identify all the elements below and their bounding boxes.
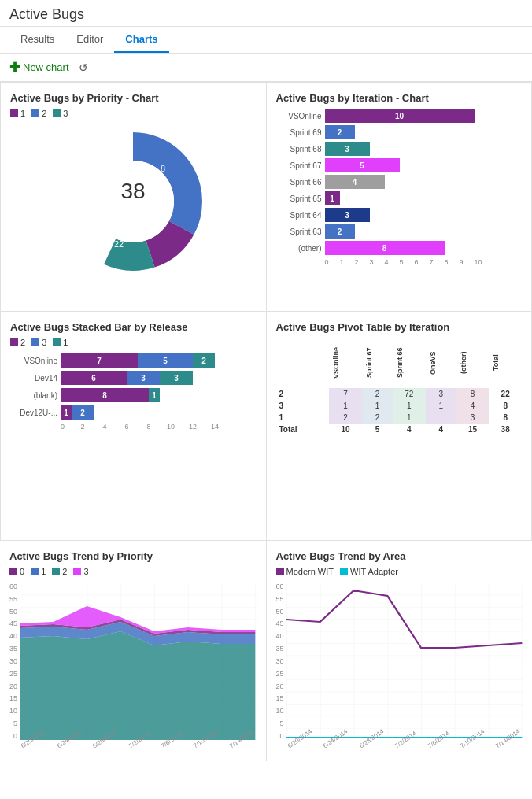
sbar-axis: 0 2 4 6 8 10 12 14	[61, 423, 257, 431]
y-tick: 40	[9, 632, 17, 640]
y-tick: 50	[9, 608, 17, 616]
trend-priority-legend: 0 1 2 3	[9, 567, 257, 576]
iteration-chart-title: Active Bugs by Iteration - Chart	[276, 92, 523, 104]
tab-editor[interactable]: Editor	[65, 27, 114, 53]
tab-charts[interactable]: Charts	[114, 27, 168, 53]
iteration-chart-panel: Active Bugs by Iteration - Chart VSOnlin…	[267, 83, 532, 311]
legend-swatch-1	[10, 109, 18, 117]
legend-3: 3	[31, 338, 46, 347]
tab-bar: Results Editor Charts	[0, 27, 532, 54]
pivot-table: VSOnline Sprint 67 Sprint 66 OneVS (othe…	[276, 338, 523, 435]
hbar-track: 1	[325, 191, 523, 205]
pivot-col-header: Total	[489, 338, 522, 388]
axis-tick: 8	[445, 258, 460, 266]
charts-grid: Active Bugs by Priority - Chart 1 2 3	[0, 82, 532, 541]
svg-text:8: 8	[101, 164, 105, 173]
new-chart-label: New chart	[23, 61, 69, 73]
pivot-table-title: Active Bugs Pivot Table by Iteration	[276, 321, 523, 333]
trend-area-chart: 60 55 50 45 40 35 30 25 20 15 10 5 0	[276, 583, 523, 751]
y-tick: 60	[276, 583, 284, 590]
legend-wit-adapter: WIT Adapter	[340, 567, 398, 576]
stacked-legend: 2 3 1	[10, 338, 257, 347]
pivot-cell: 4	[456, 400, 490, 412]
legend-0: 0	[9, 567, 24, 576]
hbar-row-63: Sprint 63 2	[276, 224, 523, 239]
hbar-seg: 2	[325, 224, 355, 239]
x-axis: 6/20/2014 6/24/2014 6/28/2014 7/2/2014 7…	[286, 744, 523, 751]
sbar-seg: 3	[160, 371, 193, 385]
legend-label: WIT Adapter	[350, 567, 398, 576]
hbar-track: 2	[325, 224, 523, 239]
pivot-cell: 2	[362, 412, 393, 424]
y-tick: 5	[13, 719, 17, 727]
y-tick: 35	[9, 645, 17, 653]
hbar-seg: 1	[325, 191, 340, 205]
pivot-row-label: 3	[276, 400, 330, 412]
trend-area-svg-container: 6/20/2014 6/24/2014 6/28/2014 7/2/2014 7…	[286, 583, 523, 751]
donut-chart-container: 38 8 22 8	[10, 124, 257, 279]
y-tick: 55	[276, 595, 284, 603]
refresh-icon[interactable]: ↺	[79, 61, 88, 74]
legend-swatch	[9, 568, 17, 575]
pivot-total-cell: 8	[489, 412, 522, 424]
y-tick: 20	[276, 682, 284, 690]
sbar-track: 7 5 2	[61, 353, 215, 368]
pivot-cell: 3	[456, 412, 490, 424]
sbar-seg: 1	[61, 405, 72, 420]
legend-2: 2	[10, 338, 25, 347]
legend-label-3: 3	[63, 109, 68, 118]
pivot-cell	[426, 412, 456, 424]
stacked-bar-title: Active Bugs Stacked Bar by Release	[10, 321, 257, 333]
legend-swatch	[276, 568, 284, 575]
legend-swatch	[31, 338, 39, 346]
y-tick: 45	[276, 620, 284, 627]
axis-tick: 4	[94, 423, 116, 431]
axis-tick: 7	[430, 258, 445, 266]
legend-swatch	[52, 568, 60, 575]
pivot-row: 1 2 2 1 3 8	[276, 412, 523, 424]
legend-label: 2	[20, 338, 25, 347]
axis-tick: 10	[160, 423, 182, 431]
pivot-header-row: VSOnline Sprint 67 Sprint 66 OneVS (othe…	[276, 338, 523, 388]
sbar-label: VSOnline	[10, 357, 57, 365]
legend-swatch	[340, 568, 348, 575]
pivot-col-header: Sprint 66	[393, 338, 426, 388]
pivot-cell: 5	[362, 424, 393, 435]
trend-priority-panel: Active Bugs Trend by Priority 0 1 2 3 6	[0, 541, 266, 761]
sbar-track: 6 3 3	[61, 371, 193, 385]
y-axis: 60 55 50 45 40 35 30 25 20 15 10 5 0	[9, 583, 20, 740]
hbar-row-64: Sprint 64 3	[276, 208, 523, 222]
hbar-label: Sprint 64	[276, 211, 322, 220]
axis-tick: 12	[182, 423, 204, 431]
tab-results[interactable]: Results	[9, 27, 65, 53]
sbar-seg: 7	[61, 353, 138, 368]
sbar-row-dev12u: Dev12U-... 1 2	[10, 405, 257, 420]
y-tick: 0	[280, 732, 284, 740]
hbar-row-other: (other) 8	[276, 241, 523, 255]
stacked-bar-chart: VSOnline 7 5 2 Dev14 6 3 3 (blank) 8	[10, 353, 257, 431]
pivot-cell: 4	[393, 424, 426, 435]
hbar-seg: 4	[325, 175, 385, 189]
y-tick: 30	[276, 657, 284, 665]
axis-tick: 14	[204, 423, 226, 431]
y-tick: 0	[13, 732, 17, 740]
y-tick: 15	[276, 694, 284, 702]
hbar-seg: 3	[325, 142, 370, 156]
y-tick: 30	[9, 657, 17, 665]
trend-area-title: Active Bugs Trend by Area	[276, 550, 523, 562]
pivot-col-header: OneVS	[426, 338, 456, 388]
axis-tick: 1	[340, 258, 355, 266]
legend-label: 1	[63, 338, 68, 347]
pivot-cell: 1	[393, 412, 426, 424]
legend-item-2: 2	[31, 109, 46, 118]
svg-text:8: 8	[161, 164, 165, 173]
priority-chart-title: Active Bugs by Priority - Chart	[10, 92, 257, 104]
hbar-row-vsonline: VSOnline 10	[276, 109, 523, 123]
pivot-cell: 2	[362, 388, 393, 400]
trend-svg-container: 6/20/2014 6/24/2014 6/28/2014 7/2/2014 7…	[20, 583, 256, 751]
sbar-seg: 3	[127, 371, 160, 385]
pivot-row: 2 7 2 72 3 8 22	[276, 388, 523, 400]
sbar-label: Dev12U-...	[10, 409, 57, 417]
new-chart-button[interactable]: ✚ New chart	[9, 60, 69, 75]
pivot-table-panel: Active Bugs Pivot Table by Iteration VSO…	[267, 312, 532, 540]
